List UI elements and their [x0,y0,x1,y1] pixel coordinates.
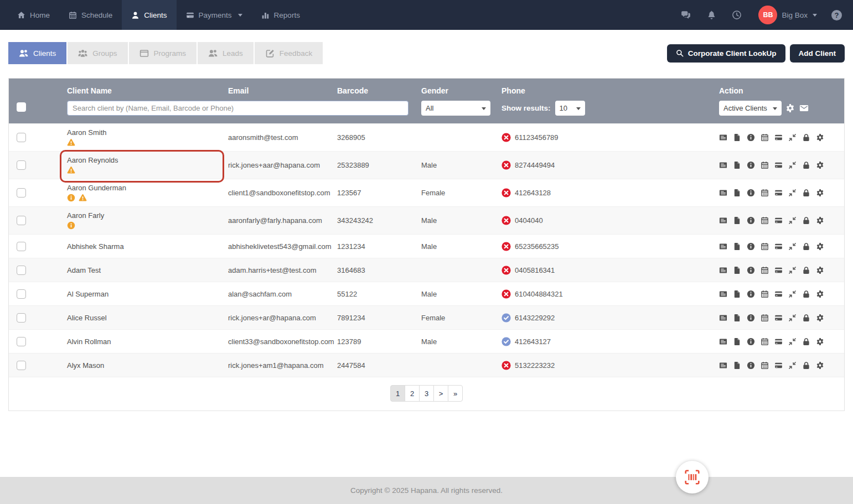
lock-icon[interactable] [802,337,810,346]
membership-icon[interactable] [719,242,727,251]
client-name[interactable]: Alice Russel [67,314,107,322]
search-input[interactable] [67,101,409,116]
gear-icon[interactable] [816,290,824,298]
info-action-icon[interactable] [747,189,755,197]
lock-icon[interactable] [802,361,810,370]
calendar-icon[interactable] [761,216,769,225]
nav-item-payments[interactable]: Payments [177,0,252,30]
compress-icon[interactable] [788,242,797,251]
calendar-icon[interactable] [761,242,769,251]
row-checkbox[interactable] [17,160,26,170]
barcode-scan-button[interactable] [676,461,709,493]
gear-icon[interactable] [816,314,824,322]
client-name[interactable]: Alyx Mason [67,361,104,370]
row-checkbox[interactable] [17,242,26,251]
pagination-page->[interactable]: > [433,385,448,402]
file-icon[interactable] [733,361,741,370]
info-action-icon[interactable] [747,133,755,142]
gear-icon[interactable] [816,133,824,142]
membership-icon[interactable] [719,189,727,197]
membership-icon[interactable] [719,133,727,142]
chat-button[interactable] [673,10,699,20]
membership-icon[interactable] [719,266,727,274]
credit-card-icon[interactable] [774,361,783,370]
client-name[interactable]: Aaron Farly [67,211,104,220]
show-results-select[interactable]: 10 [555,101,585,116]
row-checkbox[interactable] [17,188,26,198]
info-action-icon[interactable] [747,314,755,322]
notifications-button[interactable] [699,10,724,20]
help-button[interactable]: ? [831,10,842,20]
info-action-icon[interactable] [747,337,755,346]
row-checkbox[interactable] [17,337,26,346]
gear-icon[interactable] [816,266,824,274]
calendar-icon[interactable] [761,266,769,274]
lock-icon[interactable] [802,189,810,197]
client-name[interactable]: Aaron Gunderman [67,184,126,192]
tab-feedback[interactable]: Feedback [255,42,323,64]
file-icon[interactable] [733,242,741,251]
calendar-icon[interactable] [761,133,769,142]
compress-icon[interactable] [788,189,797,197]
credit-card-icon[interactable] [774,314,783,322]
client-name[interactable]: Aaron Smith [67,128,107,137]
pagination-page-1[interactable]: 1 [390,385,405,402]
info-action-icon[interactable] [747,161,755,169]
lock-icon[interactable] [802,314,810,322]
calendar-icon[interactable] [761,290,769,298]
membership-icon[interactable] [719,337,727,346]
client-name[interactable]: Alvin Rollman [67,337,111,346]
account-menu[interactable]: Big Box [782,11,817,19]
row-checkbox[interactable] [17,289,26,299]
lock-icon[interactable] [802,266,810,274]
gear-icon[interactable] [816,337,824,346]
calendar-icon[interactable] [761,337,769,346]
row-checkbox[interactable] [17,266,26,275]
row-checkbox[interactable] [17,133,26,142]
tab-programs[interactable]: Programs [129,42,197,64]
credit-card-icon[interactable] [774,216,783,225]
gear-icon[interactable] [816,242,824,251]
add-client-button[interactable]: Add Client [790,44,845,63]
file-icon[interactable] [733,189,741,197]
gear-icon[interactable] [816,361,824,370]
select-all-checkbox[interactable] [17,102,26,112]
status-filter-select[interactable]: Active Clients [719,101,782,116]
compress-icon[interactable] [788,337,797,346]
row-checkbox[interactable] [17,361,26,370]
compress-icon[interactable] [788,161,797,169]
credit-card-icon[interactable] [774,290,783,298]
file-icon[interactable] [733,216,741,225]
gear-icon[interactable] [816,216,824,225]
compress-icon[interactable] [788,290,797,298]
client-name[interactable]: Adam Test [67,266,101,274]
compress-icon[interactable] [788,216,797,225]
client-name[interactable]: Abhishek Sharma [67,242,124,251]
info-action-icon[interactable] [747,290,755,298]
credit-card-icon[interactable] [774,133,783,142]
compress-icon[interactable] [788,266,797,274]
file-icon[interactable] [733,133,741,142]
membership-icon[interactable] [719,361,727,370]
membership-icon[interactable] [719,314,727,322]
gear-icon[interactable] [785,103,795,113]
membership-icon[interactable] [719,161,727,169]
credit-card-icon[interactable] [774,266,783,274]
compress-icon[interactable] [788,133,797,142]
gear-icon[interactable] [816,161,824,169]
file-icon[interactable] [733,290,741,298]
file-icon[interactable] [733,314,741,322]
credit-card-icon[interactable] [774,242,783,251]
envelope-icon[interactable] [799,103,809,113]
compress-icon[interactable] [788,314,797,322]
calendar-icon[interactable] [761,314,769,322]
lock-icon[interactable] [802,242,810,251]
tab-groups[interactable]: Groups [68,42,127,64]
file-icon[interactable] [733,266,741,274]
membership-icon[interactable] [719,216,727,225]
lock-icon[interactable] [802,290,810,298]
calendar-icon[interactable] [761,361,769,370]
info-action-icon[interactable] [747,242,755,251]
membership-icon[interactable] [719,290,727,298]
pagination-page-2[interactable]: 2 [405,385,420,402]
